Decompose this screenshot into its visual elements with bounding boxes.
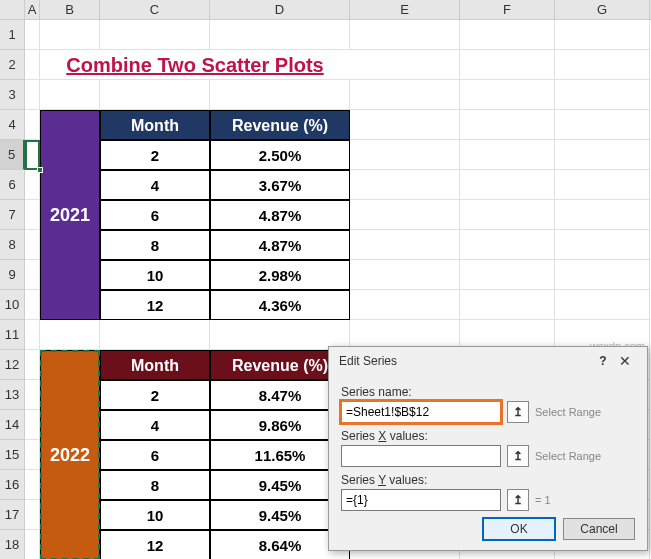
year-2022-cell[interactable] xyxy=(40,350,100,380)
table-row[interactable]: 2 xyxy=(100,380,210,410)
cell[interactable] xyxy=(100,320,210,350)
cell[interactable] xyxy=(460,170,555,200)
cell[interactable] xyxy=(555,20,650,50)
year-2022-label[interactable]: 2022 xyxy=(40,440,100,470)
ref-select-icon[interactable]: ↥ xyxy=(507,489,529,511)
row-10[interactable]: 10 xyxy=(0,290,25,320)
series-name-input[interactable] xyxy=(341,401,501,423)
year-2022-cell[interactable] xyxy=(40,380,100,410)
cell[interactable] xyxy=(350,230,460,260)
cell[interactable] xyxy=(555,230,650,260)
ref-select-icon[interactable]: ↥ xyxy=(507,445,529,467)
cell[interactable] xyxy=(555,80,650,110)
table-row[interactable]: 10 xyxy=(100,260,210,290)
table-row[interactable]: 4 xyxy=(100,170,210,200)
cell[interactable] xyxy=(460,80,555,110)
selection-handle[interactable] xyxy=(37,167,43,173)
cell[interactable] xyxy=(350,200,460,230)
cell[interactable] xyxy=(25,410,40,440)
cell[interactable] xyxy=(350,20,460,50)
cell[interactable] xyxy=(210,80,350,110)
row-12[interactable]: 12 xyxy=(0,350,25,380)
series-y-input[interactable] xyxy=(341,489,501,511)
cell[interactable] xyxy=(25,530,40,559)
row-14[interactable]: 14 xyxy=(0,410,25,440)
row-2[interactable]: 2 xyxy=(0,50,25,80)
cell[interactable] xyxy=(25,230,40,260)
cell[interactable] xyxy=(25,500,40,530)
table-row[interactable]: 6 xyxy=(100,200,210,230)
cell[interactable] xyxy=(460,230,555,260)
cell[interactable] xyxy=(350,110,460,140)
series-x-input[interactable] xyxy=(341,445,501,467)
table-row[interactable]: 8 xyxy=(100,470,210,500)
cell[interactable] xyxy=(350,50,460,80)
table-row[interactable]: 2.98% xyxy=(210,260,350,290)
table-row[interactable]: 10 xyxy=(100,500,210,530)
col-A[interactable]: A xyxy=(25,0,40,19)
cancel-button[interactable]: Cancel xyxy=(563,518,635,540)
year-2022-cell[interactable] xyxy=(40,500,100,530)
row-4[interactable]: 4 xyxy=(0,110,25,140)
t1-revenue-header[interactable]: Revenue (%) xyxy=(210,110,350,140)
cell[interactable] xyxy=(25,50,40,80)
ok-button[interactable]: OK xyxy=(483,518,555,540)
cell[interactable] xyxy=(555,260,650,290)
table-row[interactable]: 8 xyxy=(100,230,210,260)
col-G[interactable]: G xyxy=(555,0,650,19)
cell[interactable] xyxy=(460,290,555,320)
table-row[interactable]: 4.36% xyxy=(210,290,350,320)
table-row[interactable]: 3.67% xyxy=(210,170,350,200)
row-8[interactable]: 8 xyxy=(0,230,25,260)
col-B[interactable]: B xyxy=(40,0,100,19)
cell[interactable] xyxy=(25,80,40,110)
cell[interactable] xyxy=(350,140,460,170)
cell[interactable] xyxy=(25,170,40,200)
row-7[interactable]: 7 xyxy=(0,200,25,230)
cell[interactable] xyxy=(100,20,210,50)
row-9[interactable]: 9 xyxy=(0,260,25,290)
cell[interactable] xyxy=(25,260,40,290)
t2-month-header[interactable]: Month xyxy=(100,350,210,380)
row-17[interactable]: 17 xyxy=(0,500,25,530)
cell[interactable] xyxy=(350,290,460,320)
cell[interactable] xyxy=(460,110,555,140)
table-row[interactable]: 4.87% xyxy=(210,200,350,230)
cell[interactable] xyxy=(25,20,40,50)
row-18[interactable]: 18 xyxy=(0,530,25,559)
page-title[interactable]: Combine Two Scatter Plots xyxy=(40,50,350,80)
cell[interactable] xyxy=(210,20,350,50)
cell[interactable] xyxy=(555,110,650,140)
cell[interactable] xyxy=(25,470,40,500)
cell[interactable] xyxy=(40,320,100,350)
cell[interactable] xyxy=(40,80,100,110)
cell[interactable] xyxy=(100,80,210,110)
col-C[interactable]: C xyxy=(100,0,210,19)
row-16[interactable]: 16 xyxy=(0,470,25,500)
table-row[interactable]: 6 xyxy=(100,440,210,470)
cell[interactable] xyxy=(25,200,40,230)
cell[interactable] xyxy=(555,200,650,230)
year-2021-cell[interactable] xyxy=(40,170,100,200)
cell[interactable] xyxy=(555,50,650,80)
table-row[interactable]: 2 xyxy=(100,140,210,170)
year-2021-cell[interactable] xyxy=(40,290,100,320)
cell[interactable] xyxy=(555,140,650,170)
cell[interactable] xyxy=(25,110,40,140)
row-11[interactable]: 11 xyxy=(0,320,25,350)
col-D[interactable]: D xyxy=(210,0,350,19)
cell[interactable] xyxy=(25,140,40,170)
cell[interactable] xyxy=(555,170,650,200)
year-2021-cell[interactable] xyxy=(40,260,100,290)
cell[interactable] xyxy=(25,440,40,470)
table-row[interactable]: 2.50% xyxy=(210,140,350,170)
cell[interactable] xyxy=(460,20,555,50)
table-row[interactable]: 12 xyxy=(100,530,210,559)
table-row[interactable]: 4.87% xyxy=(210,230,350,260)
row-3[interactable]: 3 xyxy=(0,80,25,110)
help-icon[interactable]: ? xyxy=(593,354,613,368)
cell[interactable] xyxy=(25,380,40,410)
col-F[interactable]: F xyxy=(460,0,555,19)
year-2022-cell[interactable] xyxy=(40,410,100,440)
year-2021-cell[interactable] xyxy=(40,140,100,170)
